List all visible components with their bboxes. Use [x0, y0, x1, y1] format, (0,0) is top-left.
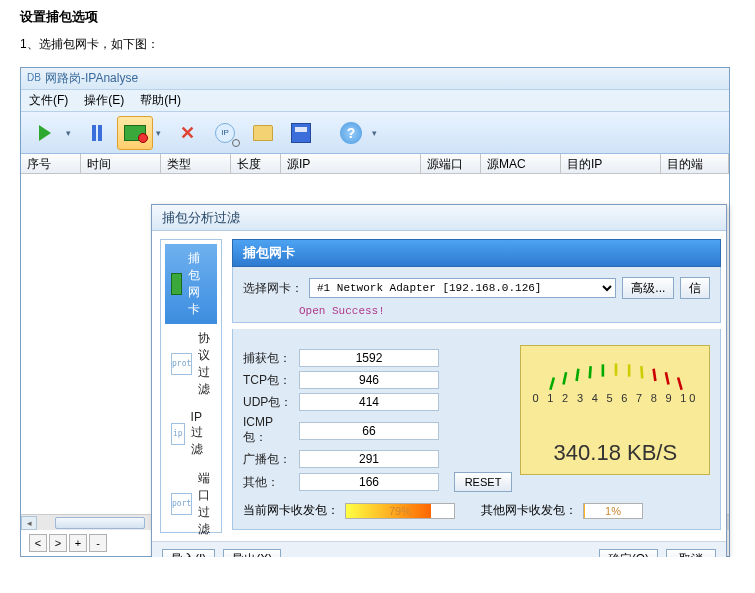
toolbar-help-dropdown[interactable]: ▾	[369, 128, 379, 138]
stat-bcast-value: 291	[299, 450, 439, 468]
nav-minus-button[interactable]: -	[89, 534, 107, 552]
toolbar-open-button[interactable]	[245, 116, 281, 150]
app-icon: DB	[27, 72, 41, 86]
sidebar-item-ip[interactable]: ipIP过滤	[165, 404, 217, 464]
app-title: 网路岗-IPAnalyse	[45, 70, 138, 87]
advanced-button[interactable]: 高级...	[622, 277, 674, 299]
current-rx-value: 79%	[346, 504, 454, 518]
toolbar-nic-button[interactable]	[117, 116, 153, 150]
adapter-select[interactable]: #1 Network Adapter [192.168.0.126]	[309, 278, 616, 298]
sidebar-item-port[interactable]: port端口过滤	[165, 464, 217, 544]
toolbar-start-dropdown[interactable]: ▾	[63, 128, 73, 138]
magnifier-icon	[232, 139, 240, 147]
toolbar-save-button[interactable]	[283, 116, 319, 150]
nic-icon	[171, 273, 182, 295]
dialog-title: 捕包分析过滤	[152, 205, 726, 231]
menu-operate[interactable]: 操作(E)	[84, 92, 124, 109]
filter-dialog: 捕包分析过滤 捕包网卡 prot协议过滤 ipIP过滤 port端口过滤 ↔数据…	[151, 204, 727, 557]
toolbar-help-button[interactable]: ?	[333, 116, 369, 150]
cancel-button[interactable]: 取消	[666, 549, 716, 558]
svg-line-8	[654, 369, 656, 381]
svg-line-1	[564, 372, 567, 384]
toolbar-nic-dropdown[interactable]: ▾	[153, 128, 163, 138]
svg-line-7	[642, 366, 643, 378]
other-rx-bar: 1%	[583, 503, 643, 519]
sidebar-item-protocol[interactable]: prot协议过滤	[165, 324, 217, 404]
packet-list-header: 序号 时间 类型 长度 源IP 源端口 源MAC 目的IP 目的端	[21, 154, 729, 174]
stat-udp-label: UDP包：	[243, 394, 295, 411]
app-window: DB 网路岗-IPAnalyse 文件(F) 操作(E) 帮助(H) ▾ ▾ ✕…	[20, 67, 730, 557]
svg-line-2	[577, 369, 579, 381]
scroll-left-icon[interactable]: ◂	[21, 516, 37, 530]
stat-icmp-label: ICMP包：	[243, 415, 295, 446]
ok-button[interactable]: 确定(O)	[599, 549, 658, 558]
folder-icon	[253, 125, 273, 141]
col-srcip[interactable]: 源IP	[281, 154, 421, 173]
sidebar-item-label: IP过滤	[191, 410, 211, 458]
menu-help[interactable]: 帮助(H)	[140, 92, 181, 109]
col-dstip[interactable]: 目的IP	[561, 154, 661, 173]
sidebar-item-label: 端口过滤	[198, 470, 211, 538]
toolbar-delete-button[interactable]: ✕	[169, 116, 205, 150]
doc-icon: prot	[171, 353, 192, 375]
stat-other-value: 166	[299, 473, 439, 491]
col-type[interactable]: 类型	[161, 154, 231, 173]
speed-gauge: 0 1 2 3 4 5 6 7 8 9 10	[520, 345, 710, 475]
sidebar-item-label: 协议过滤	[198, 330, 211, 398]
menu-file[interactable]: 文件(F)	[29, 92, 68, 109]
import-button[interactable]: 导入(I)	[162, 549, 215, 558]
nav-prev-button[interactable]: <	[29, 534, 47, 552]
col-seq[interactable]: 序号	[21, 154, 81, 173]
packet-list-body: 捕包分析过滤 捕包网卡 prot协议过滤 ipIP过滤 port端口过滤 ↔数据…	[21, 174, 729, 514]
nav-next-button[interactable]: >	[49, 534, 67, 552]
adapter-panel: 选择网卡： #1 Network Adapter [192.168.0.126]…	[232, 267, 721, 323]
panel-header: 捕包网卡	[232, 239, 721, 267]
toolbar: ▾ ▾ ✕ IP ? ▾	[21, 112, 729, 154]
doc-icon: ip	[171, 423, 185, 445]
doc-heading: 设置捕包选项	[0, 0, 755, 32]
scroll-thumb[interactable]	[55, 517, 145, 529]
stat-bcast-label: 广播包：	[243, 451, 295, 468]
play-icon	[39, 125, 51, 141]
dialog-footer: 导入(I) 导出(X) 确定(O) 取消	[152, 541, 726, 557]
svg-line-0	[551, 378, 555, 390]
nic-icon	[124, 125, 146, 141]
other-rx-value: 1%	[584, 504, 642, 518]
toolbar-start-button[interactable]	[27, 116, 63, 150]
toolbar-ipsearch-button[interactable]: IP	[207, 116, 243, 150]
stat-captured-label: 捕获包：	[243, 350, 295, 367]
col-length[interactable]: 长度	[231, 154, 281, 173]
help-icon: ?	[340, 122, 362, 144]
stat-other-label: 其他：	[243, 474, 295, 491]
stat-tcp-value: 946	[299, 371, 439, 389]
sidebar-item-label: 捕包网卡	[188, 250, 211, 318]
select-adapter-label: 选择网卡：	[243, 280, 303, 297]
info-button[interactable]: 信	[680, 277, 710, 299]
col-dstport[interactable]: 目的端	[661, 154, 729, 173]
dialog-sidebar: 捕包网卡 prot协议过滤 ipIP过滤 port端口过滤 ↔数据区大小 010…	[160, 239, 222, 533]
stat-captured-value: 1592	[299, 349, 439, 367]
adapter-status: Open Success!	[299, 305, 710, 317]
sidebar-item-nic[interactable]: 捕包网卡	[165, 244, 217, 324]
menubar: 文件(F) 操作(E) 帮助(H)	[21, 90, 729, 112]
col-time[interactable]: 时间	[81, 154, 161, 173]
col-srcmac[interactable]: 源MAC	[481, 154, 561, 173]
gauge-ticks-icon	[521, 346, 710, 416]
reset-button[interactable]: RESET	[454, 472, 513, 492]
svg-line-3	[590, 366, 591, 378]
export-button[interactable]: 导出(X)	[223, 549, 281, 558]
stats-list: 捕获包：1592 TCP包：946 UDP包：414 ICMP包：66 广播包：…	[243, 345, 512, 496]
titlebar: DB 网路岗-IPAnalyse	[21, 68, 729, 90]
stats-panel: 捕获包：1592 TCP包：946 UDP包：414 ICMP包：66 广播包：…	[232, 329, 721, 530]
stat-icmp-value: 66	[299, 422, 439, 440]
save-icon	[291, 123, 311, 143]
col-srcport[interactable]: 源端口	[421, 154, 481, 173]
nav-plus-button[interactable]: +	[69, 534, 87, 552]
stat-tcp-label: TCP包：	[243, 372, 295, 389]
current-rx-bar: 79%	[345, 503, 455, 519]
pause-icon	[92, 125, 102, 141]
gauge-rate: 340.18 KB/S	[521, 440, 709, 466]
dialog-main-panel: 捕包网卡 选择网卡： #1 Network Adapter [192.168.0…	[222, 231, 729, 541]
toolbar-pause-button[interactable]	[79, 116, 115, 150]
doc-icon: port	[171, 493, 192, 515]
